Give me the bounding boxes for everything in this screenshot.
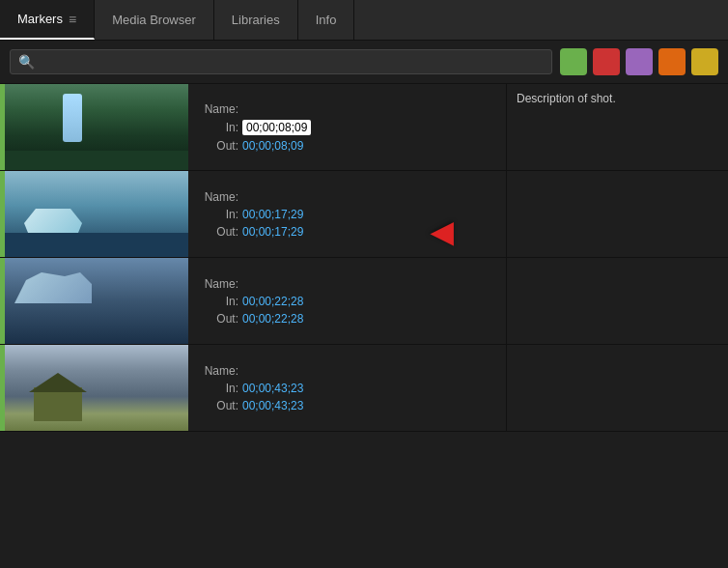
- marker-thumbnail: [5, 258, 188, 344]
- in-value-editing[interactable]: 00;00;08;09: [242, 120, 311, 135]
- tab-info[interactable]: Info: [298, 0, 355, 40]
- marker-info: Name: In: 00;00;43;23 Out: 00;00;43;23: [188, 345, 506, 431]
- info-name-line: Name:: [200, 364, 494, 378]
- info-name-line: Name:: [200, 190, 494, 204]
- tab-spacer: [354, 0, 728, 40]
- marker-description: Description of shot.: [506, 84, 728, 170]
- in-label: In:: [200, 208, 238, 221]
- marker-info: Name: In: 00;00;17;29 Out: 00;00;17;29: [188, 171, 506, 257]
- name-label: Name:: [200, 277, 238, 291]
- info-out-line: Out: 00;00;08;09: [200, 139, 494, 153]
- marker-thumbnail: [5, 171, 188, 257]
- marker-info: Name: In: 00;00;22;28 Out: 00;00;22;28: [188, 258, 506, 344]
- out-value: 00;00;43;23: [242, 399, 303, 412]
- swatch-red[interactable]: [593, 48, 620, 75]
- table-row: Name: In: 00;00;43;23 Out: 00;00;43;23: [0, 345, 728, 432]
- out-value: 00;00;17;29: [242, 225, 303, 239]
- table-row: Name: In: 00;00;22;28 Out: 00;00;22;28: [0, 258, 728, 345]
- info-in-line: In: 00;00;43;23: [200, 382, 494, 395]
- out-value: 00;00;22;28: [242, 312, 303, 326]
- info-out-line: Out: 00;00;43;23: [200, 399, 494, 412]
- marker-thumbnail: [5, 345, 188, 431]
- search-icon: 🔍: [18, 54, 35, 70]
- marker-description: [506, 171, 728, 257]
- search-wrapper: 🔍: [10, 49, 552, 74]
- out-label: Out:: [200, 399, 238, 412]
- libraries-label: Libraries: [232, 13, 280, 27]
- info-name-line: Name:: [200, 102, 494, 116]
- out-value: 00;00;08;09: [242, 139, 303, 153]
- marker-thumbnail: [5, 84, 188, 170]
- marker-info: Name: In: 00;00;08;09 Out: 00;00;08;09: [188, 84, 506, 170]
- search-input[interactable]: [41, 55, 544, 70]
- info-in-line: In: 00;00;22;28: [200, 295, 494, 308]
- search-row: 🔍: [0, 41, 728, 84]
- menu-icon[interactable]: ≡: [69, 12, 76, 27]
- out-label: Out:: [200, 225, 238, 239]
- tab-libraries[interactable]: Libraries: [214, 0, 298, 40]
- markers-list: Name: In: 00;00;08;09 Out: 00;00;08;09 D…: [0, 84, 728, 432]
- color-swatches: [560, 48, 718, 75]
- info-name-line: Name:: [200, 277, 494, 291]
- name-label: Name:: [200, 364, 238, 378]
- info-out-line: Out: 00;00;22;28: [200, 312, 494, 326]
- swatch-purple[interactable]: [626, 48, 653, 75]
- tab-media-browser[interactable]: Media Browser: [95, 0, 214, 40]
- in-label: In:: [200, 295, 238, 308]
- marker-description: [506, 345, 728, 431]
- header-tabs: Markers ≡ Media Browser Libraries Info: [0, 0, 728, 41]
- swatch-yellow[interactable]: [691, 48, 718, 75]
- out-label: Out:: [200, 312, 238, 326]
- media-browser-label: Media Browser: [112, 13, 196, 27]
- table-row: Name: In: 00;00;08;09 Out: 00;00;08;09 D…: [0, 84, 728, 171]
- tab-markers[interactable]: Markers ≡: [0, 0, 95, 40]
- in-value: 00;00;43;23: [242, 382, 303, 395]
- name-label: Name:: [200, 190, 238, 204]
- in-value: 00;00;22;28: [242, 295, 303, 308]
- swatch-green[interactable]: [560, 48, 587, 75]
- info-label: Info: [316, 13, 337, 27]
- marker-description: [506, 258, 728, 344]
- in-label: In:: [200, 121, 238, 134]
- markers-label: Markers: [17, 12, 63, 26]
- swatch-orange[interactable]: [658, 48, 686, 75]
- in-value: 00;00;17;29: [242, 208, 303, 221]
- info-in-line: In: 00;00;08;09: [200, 120, 494, 135]
- table-row: Name: In: 00;00;17;29 Out: 00;00;17;29: [0, 171, 728, 258]
- out-label: Out:: [200, 139, 238, 153]
- name-label: Name:: [200, 102, 238, 116]
- in-label: In:: [200, 382, 238, 395]
- description-text: Description of shot.: [517, 92, 616, 105]
